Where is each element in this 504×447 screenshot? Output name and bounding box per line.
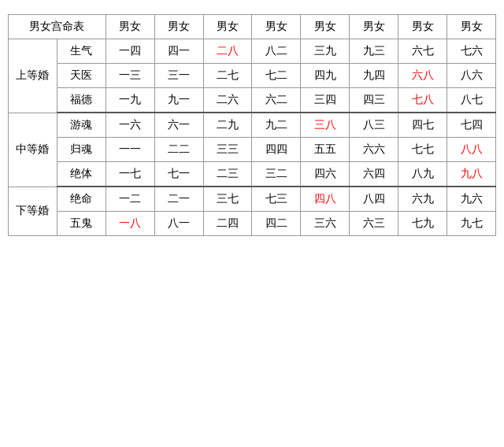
col-header-0: 男女 (106, 15, 154, 39)
main-table: 男女宫命表男女男女男女男女男女男女男女男女上等婚生气一四四一二八八二三九九三六七… (8, 14, 496, 236)
cell-1-1-4: 五五 (301, 138, 350, 162)
cell-1-2-6: 八九 (398, 162, 447, 187)
col-header-6: 男女 (398, 15, 447, 39)
table-row: 归魂一一二二三三四四五五六六七七八八 (9, 138, 496, 162)
cell-0-1-0: 一三 (106, 64, 154, 88)
cell-1-2-2: 二三 (203, 162, 252, 187)
category-1: 中等婚 (9, 113, 57, 187)
table-row: 天医一三三一二七七二四九九四六八八六 (9, 64, 496, 88)
cell-0-2-0: 一九 (106, 88, 154, 113)
cell-1-1-1: 二二 (154, 138, 203, 162)
cell-0-0-1: 四一 (154, 39, 203, 64)
cell-2-1-7: 九七 (447, 212, 496, 236)
table-row: 下等婚绝命一二二一三七七三四八八四六九九六 (9, 187, 496, 212)
cell-0-1-2: 二七 (203, 64, 252, 88)
table-row: 中等婚游魂一六六一二九九二三八八三四七七四 (9, 113, 496, 138)
cell-1-1-6: 七七 (398, 138, 447, 162)
cell-2-1-2: 二四 (203, 212, 252, 236)
subcategory: 福德 (57, 88, 106, 113)
subcategory: 归魂 (57, 138, 106, 162)
cell-0-1-3: 七二 (252, 64, 301, 88)
cell-2-1-4: 三六 (301, 212, 350, 236)
cell-0-1-5: 九四 (350, 64, 398, 88)
subcategory: 五鬼 (57, 212, 106, 236)
cell-1-2-0: 一七 (106, 162, 154, 187)
col-header-1: 男女 (154, 15, 203, 39)
subcategory: 绝命 (57, 187, 106, 212)
subcategory: 天医 (57, 64, 106, 88)
cell-2-1-6: 七九 (398, 212, 447, 236)
cell-0-0-5: 九三 (350, 39, 398, 64)
cell-0-2-5: 四三 (350, 88, 398, 113)
cell-2-1-1: 八一 (154, 212, 203, 236)
cell-1-2-4: 四六 (301, 162, 350, 187)
cell-0-1-1: 三一 (154, 64, 203, 88)
subcategory: 游魂 (57, 113, 106, 138)
cell-1-1-5: 六六 (350, 138, 398, 162)
cell-1-2-7: 九八 (447, 162, 496, 187)
table-header-label: 男女宫命表 (9, 15, 106, 39)
cell-2-0-7: 九六 (447, 187, 496, 212)
cell-1-0-1: 六一 (154, 113, 203, 138)
cell-1-0-3: 九二 (252, 113, 301, 138)
cell-0-0-7: 七六 (447, 39, 496, 64)
cell-0-2-3: 六二 (252, 88, 301, 113)
col-header-7: 男女 (447, 15, 496, 39)
cell-2-0-2: 三七 (203, 187, 252, 212)
cell-1-0-5: 八三 (350, 113, 398, 138)
cell-1-2-3: 三二 (252, 162, 301, 187)
col-header-3: 男女 (252, 15, 301, 39)
cell-1-1-3: 四四 (252, 138, 301, 162)
cell-0-0-2: 二八 (203, 39, 252, 64)
cell-2-0-6: 六九 (398, 187, 447, 212)
cell-1-0-7: 七四 (447, 113, 496, 138)
cell-0-2-6: 七八 (398, 88, 447, 113)
cell-2-1-0: 一八 (106, 212, 154, 236)
category-0: 上等婚 (9, 39, 57, 113)
col-header-5: 男女 (350, 15, 398, 39)
col-header-2: 男女 (203, 15, 252, 39)
cell-0-0-0: 一四 (106, 39, 154, 64)
col-header-4: 男女 (301, 15, 350, 39)
cell-0-0-3: 八二 (252, 39, 301, 64)
cell-1-1-2: 三三 (203, 138, 252, 162)
cell-0-1-7: 八六 (447, 64, 496, 88)
cell-2-1-3: 四二 (252, 212, 301, 236)
cell-2-0-4: 四八 (301, 187, 350, 212)
cell-0-1-6: 六八 (398, 64, 447, 88)
subcategory: 生气 (57, 39, 106, 64)
cell-1-1-0: 一一 (106, 138, 154, 162)
table-row: 福德一九九一二六六二三四四三七八八七 (9, 88, 496, 113)
cell-1-2-5: 六四 (350, 162, 398, 187)
table-row: 五鬼一八八一二四四二三六六三七九九七 (9, 212, 496, 236)
table-row: 绝体一七七一二三三二四六六四八九九八 (9, 162, 496, 187)
cell-1-0-0: 一六 (106, 113, 154, 138)
cell-2-0-1: 二一 (154, 187, 203, 212)
cell-1-0-6: 四七 (398, 113, 447, 138)
cell-0-2-7: 八七 (447, 88, 496, 113)
cell-2-1-5: 六三 (350, 212, 398, 236)
cell-0-1-4: 四九 (301, 64, 350, 88)
cell-0-2-2: 二六 (203, 88, 252, 113)
cell-2-0-3: 七三 (252, 187, 301, 212)
cell-2-0-0: 一二 (106, 187, 154, 212)
cell-1-0-4: 三八 (301, 113, 350, 138)
cell-0-2-4: 三四 (301, 88, 350, 113)
category-2: 下等婚 (9, 187, 57, 236)
cell-1-0-2: 二九 (203, 113, 252, 138)
cell-1-1-7: 八八 (447, 138, 496, 162)
table-row: 上等婚生气一四四一二八八二三九九三六七七六 (9, 39, 496, 64)
cell-2-0-5: 八四 (350, 187, 398, 212)
subcategory: 绝体 (57, 162, 106, 187)
cell-0-2-1: 九一 (154, 88, 203, 113)
cell-1-2-1: 七一 (154, 162, 203, 187)
cell-0-0-4: 三九 (301, 39, 350, 64)
cell-0-0-6: 六七 (398, 39, 447, 64)
